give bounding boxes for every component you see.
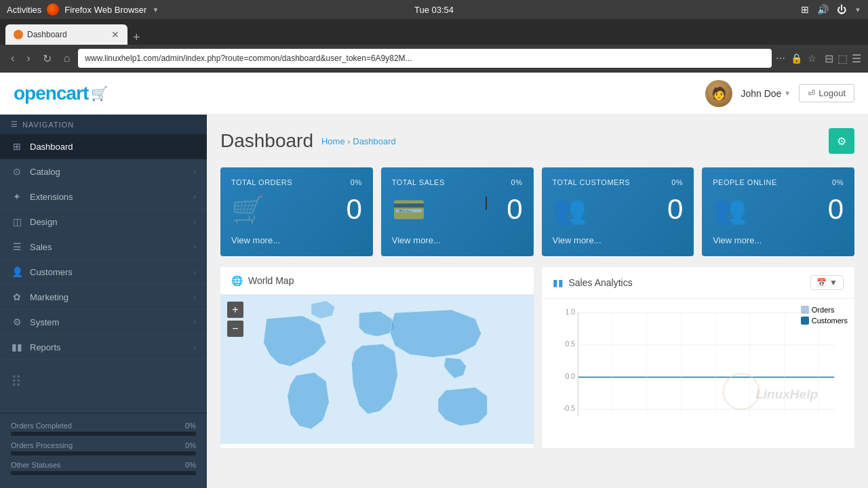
progress-other-statuses: Other Statuses 0% bbox=[11, 461, 196, 475]
tab-close-button[interactable]: ✕ bbox=[111, 29, 119, 40]
progress-pct-other-statuses: 0% bbox=[185, 461, 196, 469]
activities-label[interactable]: Activities bbox=[7, 5, 41, 15]
total-sales-icon: 💳 bbox=[392, 194, 426, 226]
sidebar-toggle-icon[interactable]: ⊟ bbox=[825, 52, 833, 65]
total-customers-percent: 0% bbox=[671, 178, 683, 186]
stat-card-total-orders: TOTAL ORDERS 0% 🛒 0 View more... bbox=[220, 167, 373, 256]
total-orders-title: TOTAL ORDERS bbox=[231, 178, 292, 186]
marketing-icon: ✿ bbox=[11, 291, 23, 302]
sidebar: opencart 🛒 ☰ NAVIGATION ⊞ Dashboard ⊙ Ca… bbox=[0, 73, 207, 488]
progress-pct-orders-completed: 0% bbox=[185, 422, 196, 430]
bookmark-icon[interactable]: 🔒 bbox=[791, 53, 802, 64]
settings-gear-icon: ⚙ bbox=[837, 135, 846, 148]
system-chevron-icon: › bbox=[193, 318, 196, 326]
browser-tab-active[interactable]: Dashboard ✕ bbox=[5, 24, 127, 45]
screen-share-icon[interactable]: ⬚ bbox=[837, 52, 848, 65]
volume-icon: 🔊 bbox=[817, 4, 829, 15]
star-icon[interactable]: ☆ bbox=[808, 53, 816, 64]
map-zoom-in-button[interactable]: + bbox=[227, 302, 243, 318]
settings-button[interactable]: ⚙ bbox=[829, 128, 854, 154]
browser-name-label[interactable]: Firefox Web Browser bbox=[64, 5, 146, 15]
logo-cart-icon: 🛒 bbox=[91, 85, 108, 102]
forward-button[interactable]: › bbox=[22, 51, 34, 66]
design-icon: ◫ bbox=[11, 216, 23, 227]
browser-dropdown-icon[interactable]: ▼ bbox=[152, 6, 159, 14]
legend-customers-dot bbox=[801, 317, 809, 325]
os-time: Tue 03:54 bbox=[414, 5, 454, 15]
sales-chevron-icon: › bbox=[193, 243, 196, 251]
user-dropdown-icon[interactable]: ▼ bbox=[784, 89, 791, 97]
svg-text:LinuxHelp: LinuxHelp bbox=[755, 387, 818, 401]
sidebar-item-reports[interactable]: ▮▮ Reports › bbox=[0, 335, 207, 360]
logout-button[interactable]: ⏎ Logout bbox=[799, 84, 854, 102]
sales-chart-svg: 1.0 0.5 0.0 -0.5 bbox=[549, 306, 848, 434]
world-map-title: World Map bbox=[248, 275, 294, 286]
power-dropdown-icon[interactable]: ▼ bbox=[854, 6, 861, 14]
system-icon: ⚙ bbox=[11, 317, 23, 327]
legend-customers: Customers bbox=[801, 317, 848, 325]
sidebar-apps-icon-area: ⠿ bbox=[0, 365, 207, 399]
sidebar-system-label: System bbox=[30, 317, 59, 327]
map-zoom-out-button[interactable]: − bbox=[227, 321, 243, 337]
sidebar-item-system[interactable]: ⚙ System › bbox=[0, 310, 207, 335]
sidebar-footer: Orders Completed 0% Orders Processing 0% bbox=[0, 413, 207, 488]
sidebar-marketing-label: Marketing bbox=[30, 292, 68, 302]
sidebar-item-catalog[interactable]: ⊙ Catalog › bbox=[0, 159, 207, 184]
browser-addressbar: ‹ › ↻ ⌂ ⋯ 🔒 ☆ ⊟ ⬚ ☰ bbox=[0, 45, 868, 72]
catalog-icon: ⊙ bbox=[11, 166, 23, 177]
browser-tabs-row: Dashboard ✕ + bbox=[0, 19, 868, 45]
sidebar-reports-label: Reports bbox=[30, 342, 61, 352]
customers-chevron-icon: › bbox=[193, 268, 196, 276]
svg-text:0.5: 0.5 bbox=[565, 340, 575, 348]
sidebar-catalog-label: Catalog bbox=[30, 167, 60, 177]
home-button[interactable]: ⌂ bbox=[60, 51, 75, 66]
date-picker-dropdown-icon: ▼ bbox=[829, 278, 837, 287]
total-sales-title: TOTAL SALES bbox=[392, 178, 445, 186]
menu-icon[interactable]: ☰ bbox=[852, 52, 861, 65]
power-icon[interactable]: ⏻ bbox=[837, 4, 846, 15]
world-map-svg bbox=[220, 295, 534, 444]
reload-button[interactable]: ↻ bbox=[39, 51, 56, 66]
reader-icon[interactable]: ⋯ bbox=[776, 53, 785, 64]
sales-analytics-title: Sales Analytics bbox=[569, 277, 633, 288]
topbar: 🧑 John Doe ▼ ⏎ Logout bbox=[207, 73, 868, 115]
progress-bg-orders-processing bbox=[11, 451, 196, 455]
sidebar-customers-label: Customers bbox=[30, 267, 73, 277]
total-orders-view-more[interactable]: View more... bbox=[231, 235, 362, 245]
apps-icon[interactable]: ⠿ bbox=[11, 373, 22, 390]
tab-title: Dashboard bbox=[27, 30, 67, 39]
tab-favicon bbox=[14, 30, 23, 39]
breadcrumb-home[interactable]: Home bbox=[321, 136, 345, 146]
total-customers-view-more[interactable]: View more... bbox=[553, 235, 684, 245]
chart-legend: Orders Customers bbox=[801, 306, 848, 325]
stat-cards-grid: TOTAL ORDERS 0% 🛒 0 View more... TOTAL S… bbox=[220, 167, 854, 256]
extensions-icon: ✦ bbox=[11, 191, 23, 202]
people-online-title: PEOPLE ONLINE bbox=[713, 178, 777, 186]
address-bar-input[interactable] bbox=[78, 49, 772, 68]
sidebar-item-design[interactable]: ◫ Design › bbox=[0, 209, 207, 235]
progress-label-orders-processing: Orders Processing bbox=[11, 441, 73, 449]
people-online-percent: 0% bbox=[832, 178, 844, 186]
sidebar-item-marketing[interactable]: ✿ Marketing › bbox=[0, 285, 207, 310]
progress-bg-orders-completed bbox=[11, 432, 196, 436]
firefox-icon bbox=[47, 3, 59, 16]
people-online-view-more[interactable]: View more... bbox=[713, 235, 844, 245]
total-sales-value: 0 bbox=[507, 193, 522, 226]
os-titlebar: Activities Firefox Web Browser ▼ Tue 03:… bbox=[0, 0, 868, 19]
sidebar-item-dashboard[interactable]: ⊞ Dashboard bbox=[0, 134, 207, 159]
new-tab-button[interactable]: + bbox=[127, 30, 146, 45]
date-picker-button[interactable]: 📅 ▼ bbox=[810, 275, 844, 290]
sidebar-design-label: Design bbox=[30, 217, 57, 227]
reports-chevron-icon: › bbox=[193, 343, 196, 351]
sidebar-dashboard-label: Dashboard bbox=[30, 142, 73, 152]
back-button[interactable]: ‹ bbox=[7, 51, 18, 66]
world-map-container: + − bbox=[220, 295, 534, 444]
sidebar-item-sales[interactable]: ☰ Sales › bbox=[0, 235, 207, 260]
sidebar-item-customers[interactable]: 👤 Customers › bbox=[0, 260, 207, 285]
people-online-value: 0 bbox=[828, 193, 844, 226]
svg-text:-0.5: -0.5 bbox=[563, 404, 575, 412]
total-sales-view-more[interactable]: View more... bbox=[392, 235, 523, 245]
sidebar-item-extensions[interactable]: ✦ Extensions › bbox=[0, 184, 207, 209]
user-name[interactable]: John Doe ▼ bbox=[741, 88, 791, 99]
design-chevron-icon: › bbox=[193, 218, 196, 226]
